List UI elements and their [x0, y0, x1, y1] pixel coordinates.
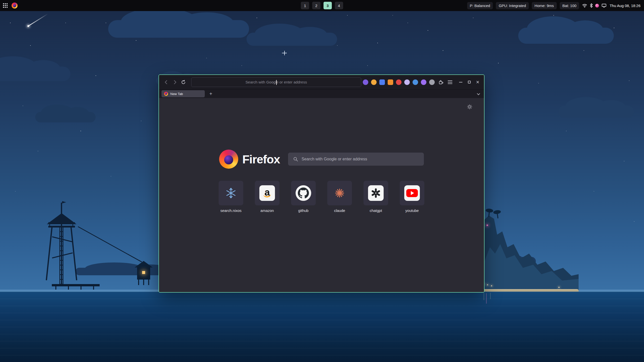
firefox-wordmark: Firefox: [242, 152, 280, 166]
bluetooth-icon[interactable]: [590, 3, 593, 8]
amazon-a-icon: [262, 187, 272, 199]
taskbar: 1 2 3 4 P: Balanced GPU: Integrated Home…: [0, 0, 644, 11]
urlbar[interactable]: Search with Google or enter address: [191, 77, 361, 87]
clock[interactable]: Thu Aug 08, 18:26: [610, 4, 640, 8]
shortcut-amazon[interactable]: amazon: [255, 181, 279, 213]
extensions-puzzle-icon[interactable]: [437, 79, 444, 85]
wifi-icon[interactable]: [582, 4, 587, 8]
workspace-1[interactable]: 1: [301, 2, 309, 9]
water-reflection: [484, 293, 484, 300]
island-light: [558, 287, 559, 288]
tab-bar: New Tab +: [159, 89, 484, 98]
magenta-dot-icon[interactable]: [595, 4, 599, 8]
close-button[interactable]: ×: [474, 79, 481, 85]
extension-lavender-icon[interactable]: [404, 79, 410, 85]
firefox-favicon: [164, 92, 168, 96]
workspace-4[interactable]: 4: [335, 2, 343, 9]
home-ping-status[interactable]: Home: 9ms: [532, 2, 557, 9]
water-reflection: [486, 293, 487, 304]
island: [475, 212, 579, 292]
palm-tree: [497, 213, 498, 218]
claude-starburst-icon: [334, 187, 345, 199]
newtab-page: Firefox Search with Google or enter addr…: [159, 98, 484, 292]
nixos-snowflake-icon: [225, 187, 237, 199]
openai-knot-icon: [370, 188, 381, 199]
gpu-status[interactable]: GPU: Integrated: [496, 2, 529, 9]
shortcut-label: github: [298, 208, 309, 213]
maximize-icon: [468, 81, 471, 83]
shortcut-label: search.nixos: [220, 208, 242, 213]
menu-button[interactable]: [447, 79, 453, 85]
island-light: [491, 285, 492, 286]
display-icon[interactable]: [601, 4, 607, 8]
cloud: [558, 106, 634, 118]
watchtower: [44, 201, 112, 289]
shortcut-label: claude: [334, 208, 345, 213]
water-reflection: [490, 293, 491, 299]
search-placeholder: Search with Google or enter address: [302, 157, 367, 161]
workspace-switcher: 1 2 3 4: [301, 2, 343, 9]
cloud: [247, 33, 337, 46]
close-icon: ×: [476, 79, 479, 85]
screen: 1 2 3 4 P: Balanced GPU: Integrated Home…: [0, 0, 644, 362]
power-profile-status[interactable]: P: Balanced: [467, 2, 493, 9]
battery-status[interactable]: Bat: 100: [560, 2, 579, 9]
text-caret: [276, 80, 277, 85]
newtab-hero: Firefox Search with Google or enter addr…: [159, 150, 484, 169]
island-light: [487, 224, 488, 226]
ocean: [0, 292, 644, 362]
browser-toolbar: Search with Google or enter address: [159, 75, 484, 89]
tab-list-chevron-icon[interactable]: [474, 90, 481, 97]
shortcut-github[interactable]: github: [291, 181, 316, 213]
firefox-window: Search with Google or enter address: [158, 74, 485, 293]
minimize-icon: [459, 82, 462, 82]
shortcut-label: amazon: [260, 208, 274, 213]
extension-azure-icon[interactable]: [413, 79, 418, 85]
new-tab-button[interactable]: +: [207, 90, 214, 97]
shortcut-claude[interactable]: claude: [327, 181, 352, 213]
firefox-logo: [219, 150, 238, 169]
extension-area: [363, 79, 453, 85]
system-tray: [582, 3, 607, 8]
hamburger-icon: [448, 80, 452, 84]
extension-blue-icon[interactable]: [379, 79, 385, 85]
reload-button[interactable]: [179, 78, 188, 86]
shortcut-search-nixos[interactable]: search.nixos: [219, 181, 243, 213]
forward-button[interactable]: [171, 78, 179, 86]
newtab-settings-gear-icon[interactable]: [467, 104, 472, 110]
extension-orange-icon[interactable]: [388, 79, 393, 85]
extension-violet-icon[interactable]: [363, 79, 368, 85]
apps-grid-icon[interactable]: [3, 3, 8, 8]
maximize-button[interactable]: [466, 79, 472, 85]
extension-gray-icon[interactable]: [429, 79, 435, 85]
extension-red-icon[interactable]: [396, 79, 401, 85]
extension-amber-icon[interactable]: [371, 79, 377, 85]
search-icon: [293, 157, 298, 162]
stilt-hut: [135, 261, 153, 286]
window-controls: ×: [457, 79, 481, 85]
shortcut-chatgpt[interactable]: chatgpt: [364, 181, 388, 213]
shortcut-tiles: search.nixos amazon github: [159, 181, 484, 213]
workspace-2[interactable]: 2: [312, 2, 320, 9]
shortcut-label: youtube: [405, 208, 419, 213]
shortcut-youtube[interactable]: youtube: [400, 181, 424, 213]
cloud: [108, 20, 249, 38]
youtube-play-icon: [406, 189, 418, 197]
workspace-3[interactable]: 3: [324, 2, 332, 9]
minimize-button[interactable]: [457, 79, 464, 85]
tab-new-tab[interactable]: New Tab: [162, 90, 205, 97]
back-button[interactable]: [162, 78, 171, 86]
newtab-search-input[interactable]: Search with Google or enter address: [288, 153, 424, 166]
cloud: [0, 67, 70, 81]
firefox-icon[interactable]: [12, 3, 18, 9]
star-sparkle: [282, 51, 287, 55]
shortcut-label: chatgpt: [370, 208, 382, 213]
tab-title: New Tab: [170, 92, 183, 96]
extension-purple-icon[interactable]: [421, 79, 426, 85]
cloud: [518, 28, 614, 44]
cloud: [35, 112, 96, 122]
island-light: [487, 284, 488, 285]
github-octocat-icon: [298, 188, 309, 199]
island-beach: [479, 289, 579, 292]
